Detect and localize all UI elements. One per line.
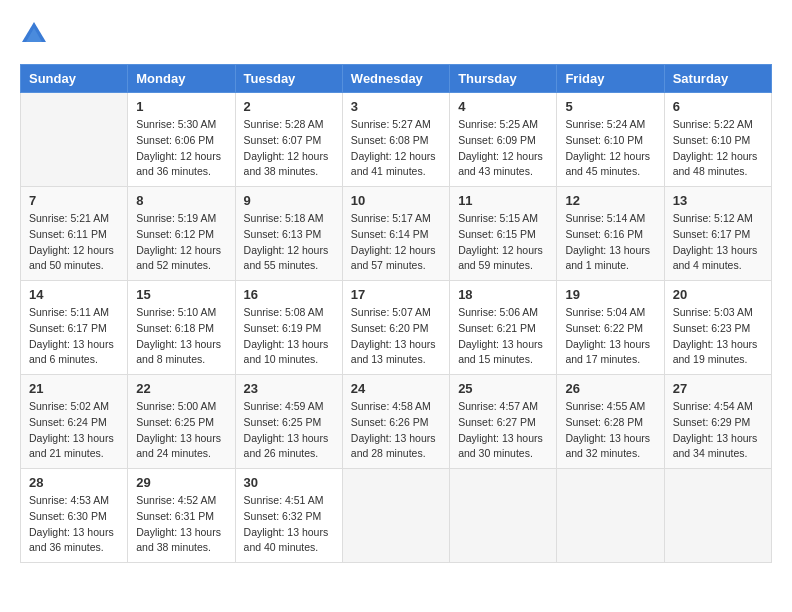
- calendar-cell: 27Sunrise: 4:54 AM Sunset: 6:29 PM Dayli…: [664, 375, 771, 469]
- calendar-cell: 5Sunrise: 5:24 AM Sunset: 6:10 PM Daylig…: [557, 93, 664, 187]
- day-info: Sunrise: 4:58 AM Sunset: 6:26 PM Dayligh…: [351, 399, 441, 462]
- calendar-day-header: Friday: [557, 65, 664, 93]
- day-number: 25: [458, 381, 548, 396]
- calendar-cell: 7Sunrise: 5:21 AM Sunset: 6:11 PM Daylig…: [21, 187, 128, 281]
- calendar-cell: 28Sunrise: 4:53 AM Sunset: 6:30 PM Dayli…: [21, 469, 128, 563]
- day-number: 16: [244, 287, 334, 302]
- day-number: 1: [136, 99, 226, 114]
- calendar-cell: [21, 93, 128, 187]
- day-info: Sunrise: 5:21 AM Sunset: 6:11 PM Dayligh…: [29, 211, 119, 274]
- day-info: Sunrise: 5:12 AM Sunset: 6:17 PM Dayligh…: [673, 211, 763, 274]
- calendar-cell: 11Sunrise: 5:15 AM Sunset: 6:15 PM Dayli…: [450, 187, 557, 281]
- calendar-day-header: Sunday: [21, 65, 128, 93]
- day-info: Sunrise: 4:59 AM Sunset: 6:25 PM Dayligh…: [244, 399, 334, 462]
- calendar-cell: 26Sunrise: 4:55 AM Sunset: 6:28 PM Dayli…: [557, 375, 664, 469]
- day-info: Sunrise: 5:22 AM Sunset: 6:10 PM Dayligh…: [673, 117, 763, 180]
- calendar-cell: 19Sunrise: 5:04 AM Sunset: 6:22 PM Dayli…: [557, 281, 664, 375]
- calendar-cell: [664, 469, 771, 563]
- day-number: 9: [244, 193, 334, 208]
- calendar-header-row: SundayMondayTuesdayWednesdayThursdayFrid…: [21, 65, 772, 93]
- calendar-week-row: 7Sunrise: 5:21 AM Sunset: 6:11 PM Daylig…: [21, 187, 772, 281]
- calendar-cell: 22Sunrise: 5:00 AM Sunset: 6:25 PM Dayli…: [128, 375, 235, 469]
- calendar-week-row: 21Sunrise: 5:02 AM Sunset: 6:24 PM Dayli…: [21, 375, 772, 469]
- day-info: Sunrise: 5:14 AM Sunset: 6:16 PM Dayligh…: [565, 211, 655, 274]
- calendar-cell: [450, 469, 557, 563]
- logo-icon: [20, 20, 48, 48]
- day-number: 10: [351, 193, 441, 208]
- calendar-cell: [342, 469, 449, 563]
- day-number: 13: [673, 193, 763, 208]
- calendar-cell: 12Sunrise: 5:14 AM Sunset: 6:16 PM Dayli…: [557, 187, 664, 281]
- calendar-week-row: 14Sunrise: 5:11 AM Sunset: 6:17 PM Dayli…: [21, 281, 772, 375]
- day-info: Sunrise: 4:57 AM Sunset: 6:27 PM Dayligh…: [458, 399, 548, 462]
- day-info: Sunrise: 5:10 AM Sunset: 6:18 PM Dayligh…: [136, 305, 226, 368]
- calendar-cell: 21Sunrise: 5:02 AM Sunset: 6:24 PM Dayli…: [21, 375, 128, 469]
- day-number: 7: [29, 193, 119, 208]
- calendar-cell: 25Sunrise: 4:57 AM Sunset: 6:27 PM Dayli…: [450, 375, 557, 469]
- day-info: Sunrise: 4:53 AM Sunset: 6:30 PM Dayligh…: [29, 493, 119, 556]
- calendar-cell: 15Sunrise: 5:10 AM Sunset: 6:18 PM Dayli…: [128, 281, 235, 375]
- calendar-cell: 8Sunrise: 5:19 AM Sunset: 6:12 PM Daylig…: [128, 187, 235, 281]
- day-info: Sunrise: 5:17 AM Sunset: 6:14 PM Dayligh…: [351, 211, 441, 274]
- calendar-cell: 29Sunrise: 4:52 AM Sunset: 6:31 PM Dayli…: [128, 469, 235, 563]
- calendar-cell: 9Sunrise: 5:18 AM Sunset: 6:13 PM Daylig…: [235, 187, 342, 281]
- calendar-cell: 13Sunrise: 5:12 AM Sunset: 6:17 PM Dayli…: [664, 187, 771, 281]
- calendar-week-row: 1Sunrise: 5:30 AM Sunset: 6:06 PM Daylig…: [21, 93, 772, 187]
- day-number: 6: [673, 99, 763, 114]
- calendar-cell: 17Sunrise: 5:07 AM Sunset: 6:20 PM Dayli…: [342, 281, 449, 375]
- day-info: Sunrise: 4:54 AM Sunset: 6:29 PM Dayligh…: [673, 399, 763, 462]
- day-number: 29: [136, 475, 226, 490]
- day-number: 27: [673, 381, 763, 396]
- calendar-cell: 10Sunrise: 5:17 AM Sunset: 6:14 PM Dayli…: [342, 187, 449, 281]
- day-info: Sunrise: 5:27 AM Sunset: 6:08 PM Dayligh…: [351, 117, 441, 180]
- day-info: Sunrise: 5:19 AM Sunset: 6:12 PM Dayligh…: [136, 211, 226, 274]
- day-number: 17: [351, 287, 441, 302]
- day-info: Sunrise: 5:04 AM Sunset: 6:22 PM Dayligh…: [565, 305, 655, 368]
- day-number: 26: [565, 381, 655, 396]
- calendar-week-row: 28Sunrise: 4:53 AM Sunset: 6:30 PM Dayli…: [21, 469, 772, 563]
- day-number: 4: [458, 99, 548, 114]
- day-info: Sunrise: 5:15 AM Sunset: 6:15 PM Dayligh…: [458, 211, 548, 274]
- calendar-cell: 2Sunrise: 5:28 AM Sunset: 6:07 PM Daylig…: [235, 93, 342, 187]
- day-number: 20: [673, 287, 763, 302]
- calendar-cell: 23Sunrise: 4:59 AM Sunset: 6:25 PM Dayli…: [235, 375, 342, 469]
- day-info: Sunrise: 5:11 AM Sunset: 6:17 PM Dayligh…: [29, 305, 119, 368]
- logo: [20, 20, 48, 48]
- day-number: 22: [136, 381, 226, 396]
- calendar-cell: 20Sunrise: 5:03 AM Sunset: 6:23 PM Dayli…: [664, 281, 771, 375]
- day-number: 8: [136, 193, 226, 208]
- calendar-cell: 16Sunrise: 5:08 AM Sunset: 6:19 PM Dayli…: [235, 281, 342, 375]
- calendar-cell: 6Sunrise: 5:22 AM Sunset: 6:10 PM Daylig…: [664, 93, 771, 187]
- calendar-cell: 1Sunrise: 5:30 AM Sunset: 6:06 PM Daylig…: [128, 93, 235, 187]
- day-number: 28: [29, 475, 119, 490]
- calendar-day-header: Wednesday: [342, 65, 449, 93]
- calendar-table: SundayMondayTuesdayWednesdayThursdayFrid…: [20, 64, 772, 563]
- calendar-cell: 4Sunrise: 5:25 AM Sunset: 6:09 PM Daylig…: [450, 93, 557, 187]
- calendar-cell: [557, 469, 664, 563]
- day-info: Sunrise: 5:00 AM Sunset: 6:25 PM Dayligh…: [136, 399, 226, 462]
- calendar-cell: 3Sunrise: 5:27 AM Sunset: 6:08 PM Daylig…: [342, 93, 449, 187]
- page-header: [20, 20, 772, 48]
- day-info: Sunrise: 5:18 AM Sunset: 6:13 PM Dayligh…: [244, 211, 334, 274]
- day-number: 21: [29, 381, 119, 396]
- day-number: 3: [351, 99, 441, 114]
- day-number: 5: [565, 99, 655, 114]
- day-info: Sunrise: 4:52 AM Sunset: 6:31 PM Dayligh…: [136, 493, 226, 556]
- calendar-cell: 24Sunrise: 4:58 AM Sunset: 6:26 PM Dayli…: [342, 375, 449, 469]
- day-number: 24: [351, 381, 441, 396]
- day-info: Sunrise: 5:28 AM Sunset: 6:07 PM Dayligh…: [244, 117, 334, 180]
- day-info: Sunrise: 5:30 AM Sunset: 6:06 PM Dayligh…: [136, 117, 226, 180]
- calendar-cell: 14Sunrise: 5:11 AM Sunset: 6:17 PM Dayli…: [21, 281, 128, 375]
- calendar-day-header: Saturday: [664, 65, 771, 93]
- day-info: Sunrise: 5:25 AM Sunset: 6:09 PM Dayligh…: [458, 117, 548, 180]
- day-number: 12: [565, 193, 655, 208]
- day-number: 11: [458, 193, 548, 208]
- day-info: Sunrise: 5:03 AM Sunset: 6:23 PM Dayligh…: [673, 305, 763, 368]
- day-info: Sunrise: 4:55 AM Sunset: 6:28 PM Dayligh…: [565, 399, 655, 462]
- day-number: 23: [244, 381, 334, 396]
- day-info: Sunrise: 5:06 AM Sunset: 6:21 PM Dayligh…: [458, 305, 548, 368]
- day-info: Sunrise: 4:51 AM Sunset: 6:32 PM Dayligh…: [244, 493, 334, 556]
- day-number: 18: [458, 287, 548, 302]
- calendar-day-header: Thursday: [450, 65, 557, 93]
- day-info: Sunrise: 5:07 AM Sunset: 6:20 PM Dayligh…: [351, 305, 441, 368]
